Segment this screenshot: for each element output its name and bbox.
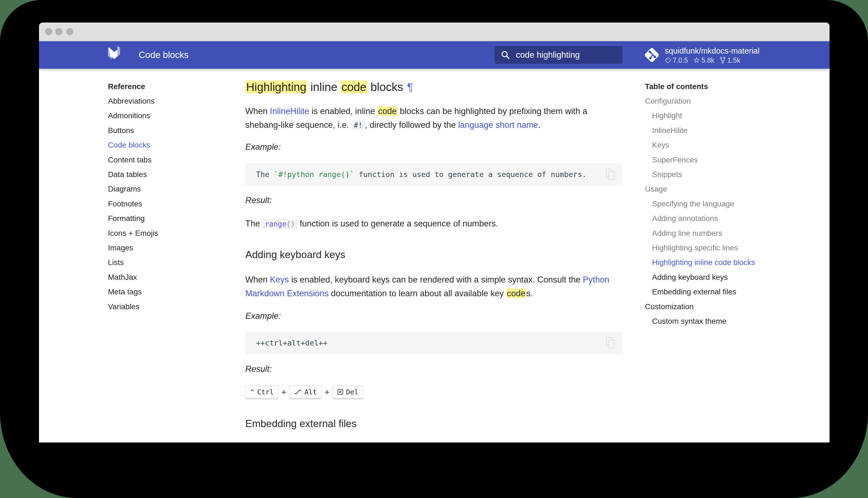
sidebar-nav: Reference AbbreviationsAdmonitionsButton… bbox=[108, 79, 207, 314]
sidebar-item-diagrams[interactable]: Diagrams bbox=[108, 182, 207, 197]
search-input[interactable] bbox=[516, 50, 615, 60]
sidebar-item-buttons[interactable]: Buttons bbox=[108, 123, 207, 138]
toc-item-keys[interactable]: Keys bbox=[645, 138, 799, 153]
code-highlight-green: `#!python range()` bbox=[274, 170, 354, 179]
example-label: Example: bbox=[245, 142, 281, 152]
link-python-markdown-extensions[interactable]: Python Markdown Extensions bbox=[245, 275, 609, 298]
code-block-example-2: ++ctrl+alt+del++ bbox=[245, 332, 622, 354]
repo-stars: 5.8k bbox=[702, 56, 715, 64]
result-label: Result: bbox=[245, 195, 272, 205]
paragraph-inlinehilite: When InlineHilite is enabled, inline cod… bbox=[245, 104, 622, 132]
mkdocs-material-logo-icon[interactable] bbox=[108, 46, 121, 59]
git-repo-icon bbox=[642, 44, 662, 65]
alt-key-symbol bbox=[294, 390, 302, 394]
copy-to-clipboard-icon[interactable] bbox=[606, 337, 615, 349]
table-of-contents: Table of contents ConfigurationHighlight… bbox=[645, 79, 799, 329]
highlighted-term: code bbox=[341, 80, 367, 93]
sidebar-item-lists[interactable]: Lists bbox=[108, 255, 207, 270]
page-title: Code blocks bbox=[139, 41, 189, 69]
app-header: Code blocks squidfunk/mkdocs-material bbox=[39, 41, 829, 69]
link-inlinehilite[interactable]: InlineHilite bbox=[270, 106, 309, 116]
code-block-example-1: The `#!python range()` function is used … bbox=[245, 163, 622, 185]
delete-key-icon bbox=[337, 389, 343, 395]
search-icon bbox=[501, 50, 510, 60]
link-keys[interactable]: Keys bbox=[270, 275, 289, 285]
article-heading: Highlighting inline code blocks¶ bbox=[245, 79, 413, 95]
toc-item-adding-keyboard-keys[interactable]: Adding keyboard keys bbox=[645, 270, 799, 285]
sidebar-item-mathjax[interactable]: MathJax bbox=[108, 270, 207, 285]
toc-item-specifying-the-language[interactable]: Specifying the language bbox=[645, 197, 799, 211]
kbd-ctrl: ^Ctrl bbox=[245, 385, 279, 398]
sidebar-item-icons-emojis[interactable]: Icons + Emojis bbox=[108, 226, 207, 240]
sidebar-item-code-blocks[interactable]: Code blocks bbox=[108, 138, 207, 153]
example-label-2: Example: bbox=[245, 311, 281, 321]
toc-item-highlight[interactable]: Highlight bbox=[645, 108, 799, 123]
browser-window: Code blocks squidfunk/mkdocs-material bbox=[39, 23, 829, 443]
toc-item-adding-line-numbers[interactable]: Adding line numbers bbox=[645, 226, 799, 240]
sidebar-item-abbreviations[interactable]: Abbreviations bbox=[108, 94, 207, 108]
toc-item-custom-syntax-theme[interactable]: Custom syntax theme bbox=[645, 314, 799, 328]
inline-code: range() bbox=[262, 219, 298, 229]
highlighted-term: code bbox=[506, 289, 526, 298]
link-language-short-name[interactable]: language short name bbox=[458, 120, 538, 130]
result-label-2: Result: bbox=[245, 364, 272, 374]
heading-anchor-pilcrow[interactable]: ¶ bbox=[407, 81, 413, 93]
caret-key-symbol: ^ bbox=[250, 388, 254, 396]
sidebar-item-data-tables[interactable]: Data tables bbox=[108, 167, 207, 182]
keyboard-keys-row: ^Ctrl+Alt+Del bbox=[245, 385, 363, 398]
toc-item-snippets[interactable]: Snippets bbox=[645, 167, 799, 182]
repo-version: 7.0.5 bbox=[673, 56, 688, 64]
del-key-symbol bbox=[337, 389, 343, 395]
version-tag-icon bbox=[665, 57, 671, 64]
key-separator: + bbox=[325, 387, 330, 397]
repo-stats: 7.0.5 5.8k bbox=[665, 56, 759, 64]
kbd-alt: Alt bbox=[289, 385, 322, 398]
heading-adding-keyboard-keys: Adding keyboard keys bbox=[245, 249, 345, 261]
fork-icon bbox=[719, 57, 726, 64]
sidebar-item-footnotes[interactable]: Footnotes bbox=[108, 197, 207, 211]
toc-item-usage[interactable]: Usage bbox=[645, 182, 799, 197]
repo-link[interactable]: squidfunk/mkdocs-material 7.0.5 5.8k bbox=[642, 44, 759, 65]
nav-section-title: Reference bbox=[108, 79, 207, 94]
sidebar-item-content-tabs[interactable]: Content tabs bbox=[108, 153, 207, 167]
toc-item-customization[interactable]: Customization bbox=[645, 299, 799, 314]
sidebar-item-meta-tags[interactable]: Meta tags bbox=[108, 285, 207, 299]
copy-to-clipboard-icon[interactable] bbox=[606, 169, 615, 180]
highlighted-term: Highlighting bbox=[245, 80, 307, 93]
heading-embedding-external-files: Embedding external files bbox=[245, 418, 356, 430]
sidebar-item-variables[interactable]: Variables bbox=[108, 299, 207, 314]
toc-item-embedding-external-files[interactable]: Embedding external files bbox=[645, 285, 799, 299]
toc-item-superfences[interactable]: SuperFences bbox=[645, 153, 799, 167]
sidebar-item-images[interactable]: Images bbox=[108, 240, 207, 255]
repo-forks: 1.5k bbox=[727, 56, 740, 64]
toc-item-highlighting-inline-code-blocks[interactable]: Highlighting inline code blocks bbox=[645, 255, 799, 270]
kbd-del: Del bbox=[333, 385, 363, 398]
toc-item-highlighting-specific-lines[interactable]: Highlighting specific lines bbox=[645, 240, 799, 255]
toc-item-inlinehilite[interactable]: InlineHilite bbox=[645, 123, 799, 138]
window-minimize-button[interactable] bbox=[55, 28, 62, 35]
window-close-button[interactable] bbox=[45, 28, 52, 35]
toc-title: Table of contents bbox=[645, 79, 799, 94]
repo-name: squidfunk/mkdocs-material bbox=[665, 46, 759, 56]
star-icon bbox=[693, 57, 700, 64]
paragraph-keys: When Keys is enabled, keyboard keys can … bbox=[245, 273, 622, 300]
sidebar-item-admonitions[interactable]: Admonitions bbox=[108, 108, 207, 123]
toc-item-configuration[interactable]: Configuration bbox=[645, 94, 799, 108]
highlighted-term: code bbox=[377, 106, 397, 116]
alt-key-icon bbox=[294, 390, 302, 394]
toc-item-adding-annotations[interactable]: Adding annotations bbox=[645, 211, 799, 226]
search-bar[interactable] bbox=[494, 46, 622, 64]
window-maximize-button[interactable] bbox=[66, 28, 73, 35]
sidebar-item-formatting[interactable]: Formatting bbox=[108, 211, 207, 226]
window-titlebar bbox=[39, 23, 829, 41]
inline-code: #! bbox=[351, 120, 365, 130]
paragraph-range-result: The range() function is used to generate… bbox=[245, 217, 622, 231]
key-separator: + bbox=[281, 387, 286, 397]
